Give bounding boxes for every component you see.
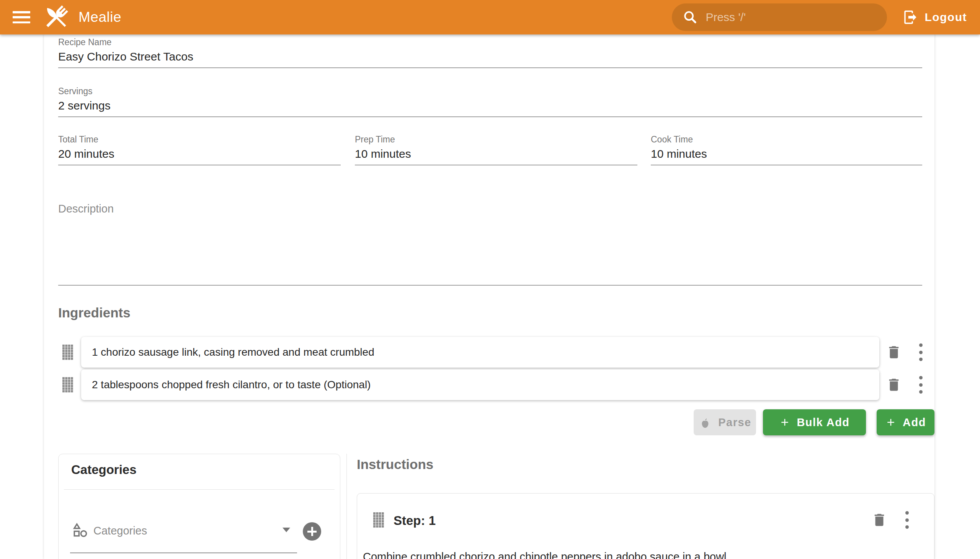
servings-input[interactable]: 2 servings — [58, 99, 111, 112]
bulk-add-label: Bulk Add — [797, 416, 849, 429]
trash-icon — [886, 377, 902, 393]
categories-heading: Categories — [71, 463, 137, 477]
prep-time-underline — [355, 165, 637, 165]
app-bar: Mealie Press '/' Logout — [0, 0, 980, 35]
parse-button[interactable]: Parse — [694, 409, 756, 435]
column-divider — [347, 454, 347, 559]
categories-divider — [64, 489, 335, 490]
categories-select[interactable]: Categories — [93, 524, 147, 537]
menu-icon[interactable] — [13, 11, 30, 23]
chevron-down-icon[interactable] — [283, 528, 290, 532]
plus-icon — [885, 417, 897, 428]
delete-ingredient-button[interactable] — [886, 344, 902, 360]
add-category-button[interactable] — [303, 522, 321, 541]
drag-handle-icon[interactable] — [63, 345, 73, 360]
logout-button[interactable]: Logout — [902, 9, 967, 25]
bulk-add-button[interactable]: Bulk Add — [763, 409, 866, 435]
prep-time-label: Prep Time — [355, 134, 395, 145]
recipe-name-input[interactable]: Easy Chorizo Street Tacos — [58, 50, 193, 63]
ingredients-heading: Ingredients — [58, 305, 131, 321]
ingredient-input[interactable]: 2 tablespoons chopped fresh cilantro, or… — [81, 369, 879, 400]
categories-select-underline — [70, 552, 297, 553]
cook-time-label: Cook Time — [651, 134, 693, 145]
plus-icon — [779, 417, 790, 428]
delete-step-button[interactable] — [871, 512, 887, 528]
add-ingredient-button[interactable]: Add — [877, 409, 934, 435]
step-menu-icon[interactable] — [905, 511, 909, 529]
prep-time-input[interactable]: 10 minutes — [355, 147, 411, 160]
step-card — [357, 493, 934, 559]
mealie-logo-icon — [42, 3, 71, 32]
total-time-input[interactable]: 20 minutes — [58, 147, 114, 160]
recipe-name-label: Recipe Name — [58, 37, 111, 48]
search-placeholder: Press '/' — [706, 11, 746, 24]
drag-handle-icon[interactable] — [63, 377, 73, 392]
step-title: Step: 1 — [393, 513, 436, 528]
delete-ingredient-button[interactable] — [886, 377, 902, 393]
apple-icon — [698, 415, 712, 429]
cook-time-underline — [651, 165, 922, 165]
ingredient-menu-icon[interactable] — [919, 344, 922, 361]
total-time-label: Total Time — [58, 134, 98, 145]
description-label: Description — [58, 203, 114, 215]
search-input[interactable]: Press '/' — [672, 3, 887, 31]
step-text-input[interactable]: Combine crumbled chorizo and chipotle pe… — [363, 551, 730, 559]
ingredient-input[interactable]: 1 chorizo sausage link, casing removed a… — [81, 337, 879, 367]
cook-time-input[interactable]: 10 minutes — [651, 147, 707, 160]
app-title: Mealie — [78, 9, 121, 25]
logout-icon — [902, 9, 918, 25]
trash-icon — [871, 512, 887, 528]
trash-icon — [886, 344, 902, 360]
instructions-heading: Instructions — [357, 457, 433, 472]
drag-handle-icon[interactable] — [373, 512, 384, 528]
ingredient-menu-icon[interactable] — [919, 376, 922, 394]
servings-underline — [58, 116, 922, 117]
parse-label: Parse — [718, 416, 752, 429]
logout-label: Logout — [924, 11, 967, 24]
add-label: Add — [903, 416, 926, 429]
search-icon — [683, 10, 698, 25]
description-underline — [58, 285, 922, 286]
servings-label: Servings — [58, 86, 92, 96]
shapes-icon — [72, 522, 89, 539]
recipe-name-underline — [58, 68, 922, 68]
total-time-underline — [58, 165, 341, 165]
